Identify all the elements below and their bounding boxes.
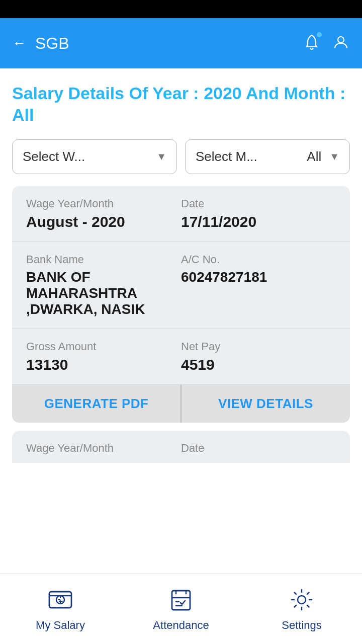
month-placeholder: Select M...: [196, 149, 257, 165]
svg-rect-3: [172, 591, 190, 610]
card2-partial-section: Wage Year/Month Date: [12, 431, 350, 463]
app-bar: ← SGB: [0, 18, 362, 68]
attendance-icon: [168, 587, 194, 615]
app-bar-actions: [303, 33, 350, 53]
profile-button[interactable]: [332, 33, 350, 53]
nav-my-salary-label: My Salary: [36, 619, 85, 632]
month-dropdown-arrow: ▼: [329, 151, 339, 163]
date-col: Date 17/11/2020: [181, 197, 336, 230]
month-dropdown-right: All ▼: [307, 149, 339, 165]
card2-date-col: Date: [181, 442, 336, 458]
svg-point-0: [338, 37, 344, 43]
nav-attendance[interactable]: Attendance: [121, 587, 241, 632]
month-value: All: [307, 149, 321, 165]
ac-no-col: A/C No. 60247827181: [181, 253, 336, 317]
filter-row: Select W... ▼ Select M... All ▼: [12, 139, 350, 174]
date-label: Date: [181, 197, 336, 210]
ac-no-value: 60247827181: [181, 269, 336, 285]
card2-wage-col: Wage Year/Month: [26, 442, 181, 458]
salary-icon: [47, 587, 73, 615]
back-button[interactable]: ←: [12, 35, 26, 51]
user-icon: [332, 33, 350, 51]
page-title: Salary Details Of Year : 2020 And Month …: [12, 83, 350, 125]
month-dropdown[interactable]: Select M... All ▼: [185, 139, 350, 174]
ac-no-label: A/C No.: [181, 253, 336, 266]
card-section-amounts: Gross Amount 13130 Net Pay 4519: [12, 329, 350, 385]
gross-amount-label: Gross Amount: [26, 340, 181, 353]
card-section-dates: Wage Year/Month August - 2020 Date 17/11…: [12, 186, 350, 242]
salary-card-2-partial: Wage Year/Month Date: [12, 431, 350, 463]
card2-wage-label: Wage Year/Month: [26, 442, 181, 455]
date-value: 17/11/2020: [181, 213, 336, 230]
wage-type-dropdown[interactable]: Select W... ▼: [12, 139, 177, 174]
settings-icon: [289, 587, 315, 615]
card-section-bank: Bank Name BANK OF MAHARASHTRA ,DWARKA, N…: [12, 242, 350, 329]
wage-year-month-label: Wage Year/Month: [26, 197, 181, 210]
bank-name-value: BANK OF MAHARASHTRA ,DWARKA, NASIK: [26, 269, 181, 317]
wage-type-label: Select W...: [23, 149, 85, 165]
app-title: SGB: [35, 34, 303, 53]
gross-amount-col: Gross Amount 13130: [26, 340, 181, 373]
view-details-button[interactable]: VIEW DETAILS: [182, 385, 350, 423]
net-pay-value: 4519: [181, 356, 336, 373]
salary-card-1: Wage Year/Month August - 2020 Date 17/11…: [12, 186, 350, 423]
wage-dropdown-arrow: ▼: [156, 151, 166, 163]
nav-settings[interactable]: Settings: [241, 587, 362, 632]
gross-amount-value: 13130: [26, 356, 181, 373]
net-pay-col: Net Pay 4519: [181, 340, 336, 373]
svg-point-4: [298, 596, 306, 604]
bank-name-label: Bank Name: [26, 253, 181, 266]
generate-pdf-button[interactable]: GENERATE PDF: [12, 385, 180, 423]
net-pay-label: Net Pay: [181, 340, 336, 353]
wage-year-month-value: August - 2020: [26, 213, 181, 230]
status-bar: [0, 0, 362, 18]
nav-settings-label: Settings: [282, 619, 322, 632]
bank-name-col: Bank Name BANK OF MAHARASHTRA ,DWARKA, N…: [26, 253, 181, 317]
card2-date-label: Date: [181, 442, 336, 455]
wage-year-month-col: Wage Year/Month August - 2020: [26, 197, 181, 230]
card-actions: GENERATE PDF VIEW DETAILS: [12, 385, 350, 423]
main-content: Salary Details Of Year : 2020 And Month …: [0, 68, 362, 574]
notification-dot: [316, 31, 323, 38]
bottom-nav: My Salary Attendance Settings: [0, 574, 362, 644]
notification-button[interactable]: [303, 33, 321, 53]
nav-my-salary[interactable]: My Salary: [0, 587, 121, 632]
nav-attendance-label: Attendance: [153, 619, 209, 632]
